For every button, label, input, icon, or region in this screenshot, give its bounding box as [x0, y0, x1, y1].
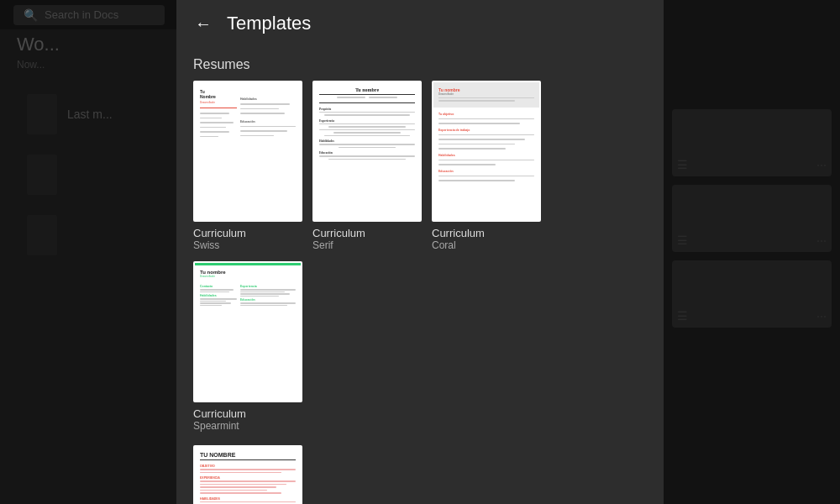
template-name-spearmint: Curriculum — [193, 407, 302, 420]
template-card-coral[interactable]: Tu nombre Desarrollador Tu objetivo Expe… — [432, 81, 541, 251]
spearmint-text — [240, 291, 285, 293]
spearmint-text — [200, 289, 234, 291]
spearmint-text — [240, 305, 287, 307]
coral-text — [438, 134, 534, 136]
coral-text — [438, 139, 525, 140]
serif-section: Educación — [319, 151, 415, 155]
serif-divider-top — [319, 94, 415, 95]
back-button[interactable]: ← — [190, 10, 217, 37]
spearmint-left: Contacto Habilidades — [200, 283, 237, 398]
modern-writer-text — [200, 472, 281, 474]
coral-text — [438, 164, 496, 165]
swiss-text — [200, 136, 218, 138]
template-style-serif: Serif — [312, 239, 422, 251]
serif-text — [339, 147, 396, 149]
spearmint-text — [200, 301, 226, 302]
templates-modal: ← Templates Resumes TuNombre Desarrollad… — [176, 0, 664, 504]
template-thumb-serif: Tu nombre Propósito Experiencia — [312, 81, 422, 222]
modern-writer-text — [200, 490, 267, 491]
resumes-grid: TuNombre Desarrollador Habilidades — [176, 81, 664, 445]
spearmint-text — [200, 302, 231, 304]
spearmint-text — [200, 298, 237, 300]
serif-text — [319, 144, 415, 145]
modern-writer-section: OBJETIVO — [200, 465, 296, 468]
spearmint-header: Tu nombre Desarrollador — [195, 263, 301, 281]
back-icon: ← — [195, 14, 212, 34]
spearmint-subtitle: Desarrollador — [200, 275, 296, 278]
spearmint-text — [200, 291, 229, 293]
serif-text — [324, 135, 411, 137]
swiss-section-label: Educación — [240, 120, 296, 123]
resumes-section-title: Resumes — [176, 47, 664, 81]
spearmint-section: Contacto — [200, 285, 237, 288]
template-thumb-modern-writer: TU NOMBRE OBJETIVO EXPERIENCIA HABILIDAD… — [193, 445, 302, 504]
modern-writer-text — [200, 492, 281, 494]
spearmint-text — [240, 296, 279, 297]
coral-text — [438, 123, 520, 124]
serif-resume-preview: Tu nombre Propósito Experiencia — [314, 82, 420, 220]
swiss-text — [240, 135, 274, 137]
template-thumb-spearmint: Tu nombre Desarrollador Contacto Habilid… — [193, 261, 302, 402]
swiss-text — [240, 108, 279, 110]
coral-divider — [438, 97, 534, 98]
swiss-text — [240, 113, 285, 114]
serif-text — [328, 126, 405, 128]
coral-section: Tu objetivo — [438, 113, 534, 116]
template-style-coral: Coral — [432, 239, 541, 251]
modal-header: ← Templates — [176, 0, 664, 47]
swiss-text — [200, 127, 226, 129]
modern-writer-section: EXPERIENCIA — [200, 476, 296, 480]
template-card-swiss[interactable]: TuNombre Desarrollador Habilidades — [193, 81, 302, 251]
template-card-spearmint[interactable]: Tu nombre Desarrollador Contacto Habilid… — [193, 261, 302, 432]
swiss-text — [200, 118, 222, 119]
swiss-left: TuNombre Desarrollador — [200, 89, 237, 213]
template-name-coral: Curriculum — [432, 227, 541, 239]
serif-divider-bot — [319, 102, 415, 103]
template-style-swiss: Swiss — [193, 239, 302, 251]
swiss-text — [200, 122, 234, 123]
coral-section: Educación — [438, 170, 534, 173]
coral-header: Tu nombre Desarrollador — [433, 82, 539, 108]
serif-section: Experiencia — [319, 119, 415, 123]
coral-title: Desarrollador — [438, 92, 534, 96]
modern-writer-text — [200, 486, 276, 488]
template-card-serif[interactable]: Tu nombre Propósito Experiencia — [312, 81, 422, 251]
coral-text — [438, 176, 534, 177]
modal-title: Templates — [227, 13, 311, 34]
serif-contact — [369, 97, 397, 98]
template-name-swiss: Curriculum — [193, 227, 302, 239]
spearmint-right: Experiencia Educación — [240, 283, 296, 398]
swiss-divider — [200, 108, 237, 108]
spearmint-section: Educación — [240, 298, 296, 302]
spearmint-section: Experiencia — [240, 285, 296, 288]
coral-contact — [438, 100, 515, 102]
spearmint-text — [200, 305, 222, 307]
serif-text — [319, 123, 415, 125]
serif-text — [319, 129, 415, 131]
modern-writer-divider — [200, 459, 296, 460]
modern-writer-text — [200, 469, 296, 470]
coral-text — [438, 180, 515, 181]
swiss-subtitle: Desarrollador — [200, 101, 237, 104]
modern-writer-text — [200, 501, 296, 503]
swiss-text — [200, 131, 229, 133]
serif-text — [319, 112, 415, 113]
spearmint-text — [240, 293, 290, 295]
template-card-modern-writer[interactable]: TU NOMBRE OBJETIVO EXPERIENCIA HABILIDAD… — [193, 445, 302, 504]
serif-text — [319, 155, 415, 157]
coral-section: Habilidades — [438, 154, 534, 157]
swiss-text — [200, 113, 229, 114]
coral-text — [438, 160, 534, 161]
coral-text — [438, 148, 506, 150]
coral-resume-preview: Tu nombre Desarrollador Tu objetivo Expe… — [433, 82, 539, 220]
template-thumb-coral: Tu nombre Desarrollador Tu objetivo Expe… — [432, 81, 541, 222]
serif-text — [333, 132, 401, 134]
spearmint-text — [240, 302, 296, 304]
resumes-grid-row2: TU NOMBRE OBJETIVO EXPERIENCIA HABILIDAD… — [176, 445, 664, 504]
swiss-name: TuNombre — [200, 89, 237, 99]
modern-writer-text — [200, 484, 286, 486]
serif-section: Habilidades — [319, 139, 415, 143]
coral-body: Tu objetivo Experiencia de trabajo Habil… — [433, 108, 539, 221]
serif-section: Propósito — [319, 108, 415, 111]
serif-text — [328, 159, 405, 160]
